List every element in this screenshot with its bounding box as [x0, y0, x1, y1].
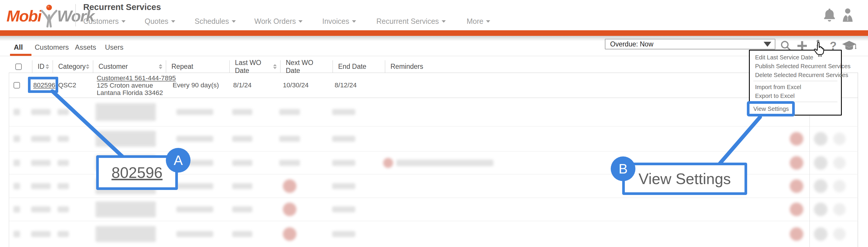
last-wo-date-value: 8/1/24 — [233, 82, 252, 89]
status-alert-redacted — [283, 203, 297, 216]
callout-a-text: 802596 — [112, 164, 163, 181]
nav-item-invoices[interactable]: Invoices — [322, 17, 356, 26]
chevron-down-icon — [299, 20, 303, 23]
dropdown-arrow-icon — [764, 42, 771, 47]
reminder-text-redacted — [396, 160, 493, 166]
chevron-down-icon — [232, 20, 236, 23]
sort-icon[interactable] — [86, 64, 89, 69]
category-value: QSC2 — [58, 82, 76, 89]
filter-dropdown[interactable]: Overdue: Now — [605, 39, 775, 50]
row-checkbox[interactable] — [13, 82, 20, 89]
menu-item-export-to-excel[interactable]: Export to Excel — [750, 91, 841, 100]
table-row-redacted — [9, 98, 858, 126]
callout-a-badge: A — [166, 148, 190, 173]
notifications-bell-icon[interactable] — [823, 8, 836, 22]
accent-bar — [0, 30, 868, 36]
record-id-link[interactable]: 802596 — [33, 82, 55, 89]
active-tab-underline — [10, 54, 31, 56]
action-icon-redacted — [790, 179, 803, 193]
header-cell-last-wo-date[interactable]: Last WO Date — [230, 60, 280, 73]
chevron-down-icon — [121, 20, 126, 23]
chevron-down-icon — [171, 20, 175, 23]
header-cell-id[interactable]: ID — [32, 60, 53, 73]
chevron-down-icon — [486, 20, 490, 23]
nav-item-recurrent-services[interactable]: Recurrent Services — [376, 17, 446, 26]
select-all-checkbox[interactable] — [15, 63, 22, 70]
table-row-redacted — [9, 198, 858, 221]
customer-address1: 125 Croton avenue — [97, 82, 153, 89]
nav-item-customers[interactable]: Customers — [83, 17, 126, 26]
customer-link[interactable]: Customer41 561-444-7895 — [97, 74, 176, 82]
menu-item-import-from-excel[interactable]: Import from Excel — [750, 83, 841, 91]
tab-customers[interactable]: Customers — [35, 43, 69, 52]
recurrent-services-page: Mobi Work Recurrent Services Customers Q… — [0, 0, 868, 247]
menu-separator — [753, 81, 837, 81]
logo-text-mobi: Mobi — [6, 7, 41, 25]
header-cell-repeat[interactable]: Repeat — [166, 60, 230, 73]
menu-item-view-settings[interactable]: View Settings — [753, 105, 789, 112]
sort-icon[interactable] — [159, 64, 162, 69]
annotation-highlight-view-settings[interactable]: View Settings — [747, 101, 795, 117]
chevron-down-icon — [352, 20, 356, 23]
table-header-row: ID Category Customer Repeat Last WO Date… — [9, 60, 858, 73]
sort-icon[interactable] — [45, 64, 49, 69]
page-title: Recurrent Services — [83, 2, 161, 12]
nav-item-quotes[interactable]: Quotes — [145, 17, 175, 26]
action-icon-redacted — [814, 132, 828, 146]
nav-item-more[interactable]: More — [467, 17, 490, 26]
header-cell-select-all — [9, 60, 32, 73]
sort-icon[interactable] — [273, 64, 277, 69]
action-icon-redacted — [833, 133, 846, 145]
action-icon-redacted — [833, 157, 846, 169]
logo-person-icon — [40, 4, 58, 28]
hand-cursor-icon — [812, 41, 826, 57]
action-icon-redacted — [814, 156, 828, 170]
reminder-alert-redacted — [383, 158, 393, 168]
header-cell-next-wo-date[interactable]: Next WO Date — [280, 60, 333, 73]
repeat-value: Every 90 day(s) — [173, 82, 219, 89]
action-icon-redacted — [833, 180, 846, 192]
user-profile-icon[interactable] — [841, 8, 855, 22]
callout-b-badge: B — [611, 156, 636, 181]
graduation-cap-icon[interactable] — [841, 40, 857, 53]
nav-item-work-orders[interactable]: Work Orders — [254, 17, 303, 26]
action-icon-redacted — [814, 227, 828, 241]
header-cell-end-date[interactable]: End Date — [333, 60, 385, 73]
next-wo-date-value: 10/30/24 — [283, 82, 309, 89]
table-row-redacted — [9, 126, 858, 151]
callout-b-box: View Settings — [622, 163, 747, 195]
header-divider — [75, 4, 76, 27]
status-alert-redacted — [283, 227, 297, 241]
header-cell-customer[interactable]: Customer — [93, 60, 166, 73]
tabs-bottom-border — [0, 56, 868, 56]
action-icon-redacted — [790, 227, 803, 241]
action-icon-redacted — [790, 203, 803, 216]
customer-address2: Lantana Florida 33462 — [97, 89, 163, 96]
app-logo[interactable]: Mobi Work — [6, 4, 94, 28]
menu-item-edit-last-service-date[interactable]: Edit Last Service Date — [750, 53, 841, 62]
end-date-value: 8/12/24 — [335, 82, 356, 89]
action-icon-redacted — [790, 132, 803, 146]
action-icon-redacted — [833, 203, 846, 216]
tab-users[interactable]: Users — [105, 43, 124, 52]
tab-all[interactable]: All — [14, 43, 23, 52]
filter-dropdown-value: Overdue: Now — [610, 40, 653, 48]
menu-item-publish-selected[interactable]: Publish Selected Recurrent Services — [750, 62, 841, 70]
header-cell-reminders[interactable]: Reminders — [385, 60, 809, 73]
table-row[interactable]: 802596 QSC2 Customer41 561-444-7895 125 … — [9, 73, 858, 98]
customer-cell: Customer41 561-444-7895 125 Croton avenu… — [97, 73, 176, 98]
menu-item-delete-selected[interactable]: Delete Selected Recurrent Services — [750, 70, 841, 80]
callout-b-text: View Settings — [638, 170, 731, 188]
status-alert-redacted — [283, 179, 297, 193]
action-icon-redacted — [814, 179, 828, 193]
action-icon-redacted — [790, 156, 803, 170]
action-icon-redacted — [833, 228, 846, 240]
tab-assets[interactable]: Assets — [75, 43, 96, 52]
table-row-redacted — [9, 221, 858, 247]
nav-item-schedules[interactable]: Schedules — [195, 17, 236, 26]
header-cell-category[interactable]: Category — [53, 60, 93, 73]
action-icon-redacted — [814, 203, 828, 216]
chevron-down-icon — [442, 20, 446, 23]
